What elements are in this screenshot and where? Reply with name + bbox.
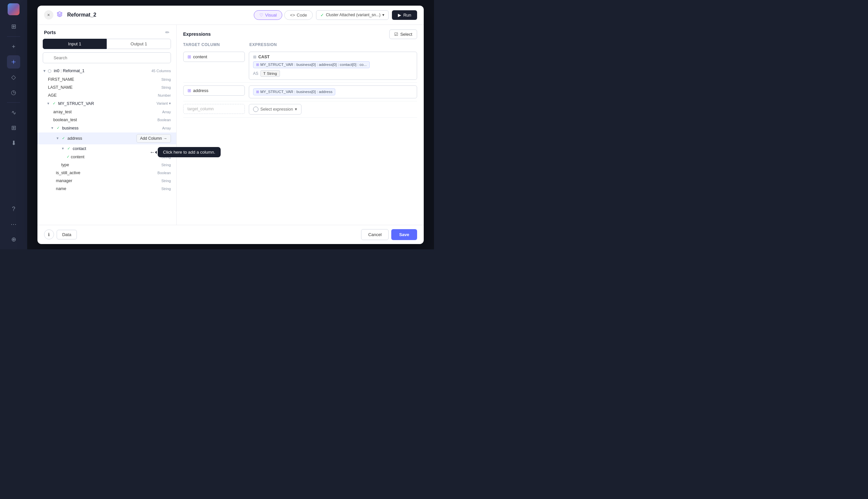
sidebar-divider-2	[7, 102, 20, 103]
run-icon: ▶	[398, 13, 401, 17]
col-my-struct-var[interactable]: ▼ ✓ MY_STRUCT_VAR Variant ▾	[37, 99, 176, 108]
edit-pencil-icon[interactable]: ✏	[165, 29, 170, 35]
search-row: 🔍	[37, 52, 176, 66]
cluster-check-icon: ✓	[321, 13, 324, 17]
array-test-label: array_test	[53, 110, 72, 114]
visual-icon: ♡	[260, 13, 263, 17]
first-name-type: String	[161, 77, 171, 82]
sidebar-item-graph[interactable]	[7, 55, 20, 69]
tooltip-bubble-arrow	[155, 151, 157, 154]
address-path-chip[interactable]: ⊞ MY_STRUCT_VAR : business[0] : address	[253, 88, 336, 95]
checkbox-icon: ☑	[394, 32, 398, 37]
cluster-button[interactable]: ✓ Cluster Attached (variant_sn...) ▾	[316, 10, 389, 20]
struct-path-chip[interactable]: ⊞ MY_STRUCT_VAR : business[0] : address[…	[253, 61, 370, 68]
struct-var-type: Variant ▾	[157, 101, 171, 106]
col-type[interactable]: type String	[37, 161, 176, 169]
footer-right: Cancel Save	[361, 229, 417, 240]
manager-label: manager	[56, 179, 72, 183]
expressions-title: Expressions	[183, 32, 211, 37]
target-col-content[interactable]: ⊞ content	[183, 52, 245, 62]
tooltip-bubble: Click here to add a column.	[158, 147, 221, 157]
add-column-button[interactable]: Add Column →	[136, 134, 171, 143]
target-col-empty[interactable]: target_column	[183, 104, 245, 114]
sidebar-item-add[interactable]: +	[7, 40, 20, 53]
port-tab-output[interactable]: Output 1	[107, 39, 171, 49]
sidebar-divider-1	[7, 36, 20, 37]
sidebar-item-download[interactable]: ⬇	[7, 136, 20, 150]
svg-point-0	[13, 61, 15, 63]
cluster-dropdown-icon: ▾	[382, 13, 384, 17]
sidebar-item-clock[interactable]: ◷	[7, 86, 20, 99]
cast-icon: ⊞	[253, 54, 256, 59]
col-array-test[interactable]: array_test Array	[37, 108, 176, 116]
sidebar: ⊞ + ◇ ◷ ∿ ⊞ ⬇ ? ⋯ ⊕	[0, 0, 27, 250]
sidebar-item-activity[interactable]: ∿	[7, 106, 20, 119]
modal-header: × Reformat_2 ♡ Visual <> Code ✓ Cluster …	[37, 5, 424, 25]
expressions-header: Expressions ☑ Select	[177, 25, 424, 39]
sidebar-item-projects[interactable]: ⊞	[7, 20, 20, 33]
port-tab-input[interactable]: Input 1	[43, 39, 107, 49]
view-tabs: ♡ Visual <> Code	[254, 10, 312, 20]
tooltip-arrow-icon: ←	[150, 149, 155, 155]
run-button[interactable]: ▶ Run	[392, 10, 417, 20]
select-expression-button[interactable]: Select expression ▾	[249, 104, 302, 114]
add-col-label: Add Column	[140, 136, 162, 141]
sidebar-item-map[interactable]: ⊕	[7, 233, 20, 246]
columns-list: ▼ ⬡ in0 : Reformat_1 45 Columns FIRST_NA…	[37, 66, 176, 225]
search-wrap: 🔍	[43, 52, 171, 63]
col-manager[interactable]: manager String	[37, 177, 176, 185]
close-button[interactable]: ×	[44, 10, 53, 20]
chip-table-icon: ⊞	[256, 63, 259, 67]
app-logo[interactable]	[8, 3, 20, 15]
select-expr-chevron-icon: ▾	[295, 107, 297, 112]
tab-visual[interactable]: ♡ Visual	[254, 10, 282, 20]
expression-box-content[interactable]: ⊞ CAST ⊞ MY_STRUCT_VAR : business[0] : a…	[249, 52, 418, 80]
col-last-name[interactable]: LAST_NAME String	[37, 83, 176, 92]
sidebar-item-help[interactable]: ?	[7, 202, 20, 216]
boolean-test-type: Boolean	[157, 118, 171, 122]
select-button[interactable]: ☑ Select	[389, 29, 417, 39]
data-button[interactable]: Data	[57, 230, 77, 240]
source-header[interactable]: ▼ ⬡ in0 : Reformat_1 45 Columns	[37, 66, 176, 75]
last-name-type: String	[161, 85, 171, 89]
expression-row-empty: target_column Select expression ▾	[183, 101, 418, 118]
save-button[interactable]: Save	[391, 229, 417, 240]
col-business[interactable]: ▼ ✓ business Array	[37, 124, 176, 132]
col-boolean-test[interactable]: boolean_test Boolean	[37, 116, 176, 124]
cluster-label: Cluster Attached (variant_sn...)	[326, 13, 381, 17]
ports-panel: Ports ✏ Input 1 Output 1 🔍	[37, 25, 177, 225]
sidebar-item-more[interactable]: ⋯	[7, 218, 20, 231]
target-col-content-label: content	[193, 54, 207, 59]
expression-col-header: Expression	[250, 42, 418, 47]
modal-overlay: × Reformat_2 ♡ Visual <> Code ✓ Cluster …	[27, 0, 434, 250]
col-first-name[interactable]: FIRST_NAME String	[37, 75, 176, 83]
array-test-type: Array	[162, 110, 171, 114]
col-age[interactable]: AGE Number	[37, 92, 176, 99]
tab-code[interactable]: <> Code	[284, 10, 312, 20]
columns-search-input[interactable]	[43, 52, 171, 63]
manager-type: String	[161, 179, 171, 183]
address-check-icon: ✓	[62, 136, 65, 141]
cast-expr-chip: ⊞ MY_STRUCT_VAR : business[0] : address[…	[253, 61, 413, 68]
type-icon: T	[263, 72, 266, 75]
col-address[interactable]: ▼ ✓ address Add Column →	[37, 132, 176, 144]
as-row: AS T String	[253, 70, 413, 77]
is-still-active-label: is_still_active	[56, 171, 81, 175]
sidebar-item-diamond[interactable]: ◇	[7, 71, 20, 84]
tooltip-container: ← Click here to add a column.	[150, 147, 221, 157]
reformat-icon	[57, 11, 64, 19]
address-chip-label: MY_STRUCT_VAR : business[0] : address	[261, 90, 333, 94]
cancel-button[interactable]: Cancel	[361, 229, 388, 240]
info-button[interactable]: ℹ	[44, 230, 54, 240]
target-col-address[interactable]: ⊞ address	[183, 85, 245, 96]
boolean-test-label: boolean_test	[53, 118, 77, 122]
age-label: AGE	[48, 93, 57, 98]
first-name-label: FIRST_NAME	[48, 77, 74, 82]
contact-check-icon: ✓	[67, 146, 70, 151]
col-is-still-active[interactable]: is_still_active Boolean	[37, 169, 176, 177]
sidebar-item-schema[interactable]: ⊞	[7, 121, 20, 134]
age-type: Number	[158, 93, 171, 97]
content-label: content	[71, 155, 84, 159]
expression-box-address[interactable]: ⊞ MY_STRUCT_VAR : business[0] : address	[249, 85, 418, 98]
col-name[interactable]: name String	[37, 185, 176, 193]
